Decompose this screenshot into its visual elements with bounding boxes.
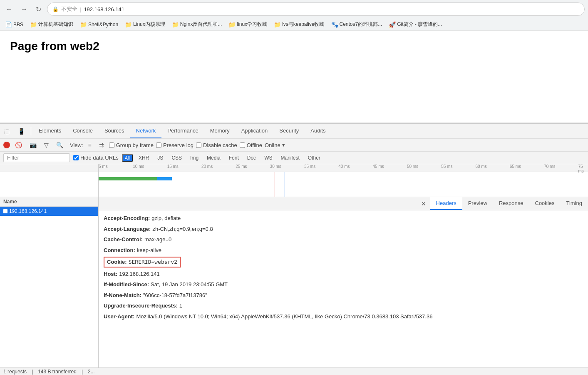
network-toolbar: 🚫 📷 ▽ 🔍 View: ≡ ⇉ Group by frame Preserv… — [0, 139, 588, 152]
header-name-accept-encoding: Accept-Encoding: — [104, 214, 150, 222]
lock-icon: 🔒 — [52, 6, 59, 12]
bookmark-shell-python[interactable]: 📁 Shell&Python — [78, 20, 120, 29]
tick-10ms: 10 ms — [133, 164, 144, 169]
name-panel-header: Name — [0, 197, 98, 207]
clear-button[interactable]: 🚫 — [12, 140, 25, 150]
header-value-upgrade-insecure: 1 — [179, 302, 182, 310]
detail-tab-response[interactable]: Response — [493, 197, 529, 210]
reload-button[interactable]: ↻ — [33, 4, 44, 15]
status-requests: 1 requests — [3, 369, 27, 375]
group-by-frame-checkbox[interactable]: Group by frame — [109, 142, 154, 148]
ws-filter-btn[interactable]: WS — [262, 154, 275, 162]
bookmark-nginx[interactable]: 📁 Nginx反向代理和... — [170, 20, 224, 29]
doc-filter-btn[interactable]: Doc — [245, 154, 258, 162]
offline-input[interactable] — [240, 142, 245, 148]
bookmark-linux-kernel[interactable]: 📁 Linux内核原理 — [123, 20, 167, 29]
xhr-filter-btn[interactable]: XHR — [136, 154, 151, 162]
header-row-cache-control: Cache-Control: max-age=0 — [104, 234, 583, 245]
tick-20ms: 20 ms — [201, 164, 213, 169]
all-filter-btn[interactable]: All — [122, 154, 133, 162]
tab-performance[interactable]: Performance — [161, 124, 204, 138]
header-value-accept-language: zh-CN,zh;q=0.9,en;q=0.8 — [152, 225, 213, 233]
tick-30ms: 30 ms — [270, 164, 281, 169]
group-by-frame-input[interactable] — [109, 142, 114, 148]
disable-cache-input[interactable] — [196, 142, 201, 148]
font-filter-btn[interactable]: Font — [226, 154, 241, 162]
img-filter-btn[interactable]: Img — [188, 154, 201, 162]
tab-security[interactable]: Security — [273, 124, 305, 138]
timeline-red-line — [275, 172, 275, 197]
bookmark-linux-kernel-icon: 📁 — [125, 21, 132, 28]
list-view-icon[interactable]: ≡ — [86, 140, 94, 150]
waterfall-view-icon[interactable]: ⇉ — [97, 140, 107, 150]
preserve-log-input[interactable] — [156, 142, 161, 148]
detail-close-button[interactable]: ✕ — [417, 197, 430, 210]
bookmark-centos7[interactable]: 🐾 Centos7的环境部... — [330, 20, 384, 29]
separator: | — [80, 6, 81, 12]
bookmark-git-icon: 🚀 — [389, 21, 396, 28]
tab-console[interactable]: Console — [67, 124, 99, 138]
header-row-connection: Connection: keep-alive — [104, 245, 583, 256]
detail-tab-headers[interactable]: Headers — [430, 197, 462, 210]
media-filter-btn[interactable]: Media — [204, 154, 223, 162]
bookmark-computer-basics[interactable]: 📁 计算机基础知识 — [28, 20, 75, 29]
devtools-device-icon[interactable]: 📱 — [14, 125, 29, 138]
address-bar[interactable]: 🔒 不安全 | 192.168.126.141 — [47, 2, 585, 16]
bookmark-git[interactable]: 🚀 Git简介 - 廖雪峰的... — [387, 20, 444, 29]
bookmark-lvs[interactable]: 📁 lvs与keepalive收藏 — [272, 20, 326, 29]
header-value-connection: keep-alive — [137, 246, 161, 255]
header-value-host: 192.168.126.141 — [119, 270, 160, 278]
online-label: Online — [265, 142, 280, 148]
header-row-accept-encoding: Accept-Encoding: gzip, deflate — [104, 213, 583, 224]
bookmark-computer-basics-icon: 📁 — [30, 21, 37, 28]
manifest-filter-btn[interactable]: Manifest — [278, 154, 302, 162]
disable-cache-checkbox[interactable]: Disable cache — [196, 142, 237, 148]
tab-memory[interactable]: Memory — [204, 124, 236, 138]
devtools-inspect-icon[interactable]: ⬚ — [0, 125, 14, 138]
page-title: Page from web2 — [10, 40, 578, 53]
page-content-area: Page from web2 — [0, 31, 588, 123]
header-name-upgrade-insecure: Upgrade-Insecure-Requests: — [104, 302, 178, 310]
filter-input[interactable] — [3, 153, 70, 162]
status-separator-1: | — [32, 369, 33, 375]
detail-tab-cookies[interactable]: Cookies — [529, 197, 561, 210]
bookmark-shell-python-icon: 📁 — [80, 21, 87, 28]
preserve-log-checkbox[interactable]: Preserve log — [156, 142, 194, 148]
camera-button[interactable]: 📷 — [27, 140, 39, 150]
tab-network[interactable]: Network — [130, 124, 162, 138]
js-filter-btn[interactable]: JS — [155, 154, 166, 162]
forward-button[interactable]: → — [18, 4, 30, 15]
filter-button[interactable]: ▽ — [42, 140, 51, 150]
view-label: View: — [70, 142, 83, 148]
hide-data-urls-checkbox[interactable]: Hide data URLs — [73, 155, 119, 161]
search-button[interactable]: 🔍 — [54, 140, 66, 150]
header-value-accept-encoding: gzip, deflate — [151, 214, 181, 222]
online-select[interactable]: Online ▼ — [265, 142, 285, 148]
tab-audits[interactable]: Audits — [305, 124, 331, 138]
preserve-log-label: Preserve log — [163, 142, 194, 148]
css-filter-btn[interactable]: CSS — [169, 154, 184, 162]
tab-sources[interactable]: Sources — [99, 124, 130, 138]
bookmark-linux-study[interactable]: 📁 linux学习收藏 — [227, 20, 269, 29]
detail-tab-timing[interactable]: Timing — [560, 197, 588, 210]
group-by-frame-label: Group by frame — [116, 142, 154, 148]
hide-data-urls-input[interactable] — [73, 155, 79, 160]
devtools-panel: ⬚ 📱 Elements Console Sources Network Per… — [0, 123, 588, 375]
other-filter-btn[interactable]: Other — [305, 154, 323, 162]
offline-checkbox[interactable]: Offline — [240, 142, 262, 148]
tab-application[interactable]: Application — [236, 124, 274, 138]
network-item-192[interactable]: 192.168.126.141 — [0, 207, 98, 216]
online-dropdown-arrow[interactable]: ▼ — [281, 142, 286, 148]
header-name-cookie: Cookie: — [107, 258, 127, 266]
detail-tab-preview[interactable]: Preview — [462, 197, 493, 210]
bookmark-bbs[interactable]: 📄 BBS — [3, 20, 25, 29]
hide-data-urls-label: Hide data URLs — [80, 155, 119, 161]
tab-elements[interactable]: Elements — [33, 124, 67, 138]
header-value-cache-control: max-age=0 — [144, 235, 171, 244]
bookmarks-bar: 📄 BBS 📁 计算机基础知识 📁 Shell&Python 📁 Linux内核… — [0, 18, 588, 31]
header-row-if-none-match: If-None-Match: "606cc-18-57fd7a7f13786" — [104, 290, 583, 301]
tick-5ms: 5 ms — [99, 164, 108, 169]
back-button[interactable]: ← — [3, 4, 15, 15]
tick-70ms: 70 ms — [544, 164, 555, 169]
record-button[interactable] — [3, 142, 10, 148]
